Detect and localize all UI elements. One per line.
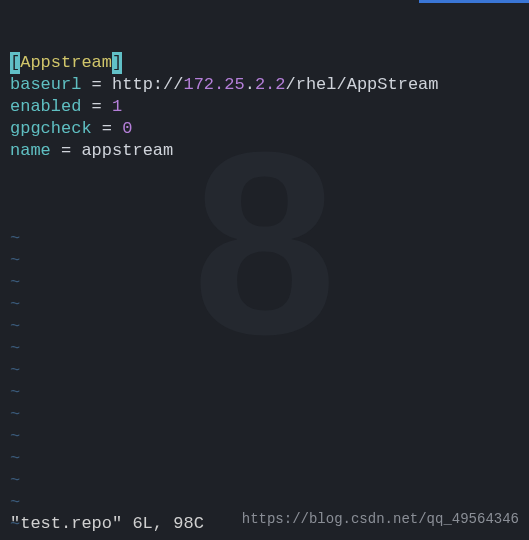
- code-token: 1: [112, 97, 122, 116]
- code-token: =: [81, 97, 112, 116]
- empty-line-tilde: ~: [10, 382, 519, 404]
- empty-line-tilde: ~: [10, 228, 519, 250]
- code-line[interactable]: baseurl = http://172.25.2.2/rhel/AppStre…: [10, 74, 519, 96]
- empty-line-tilde: ~: [10, 294, 519, 316]
- code-token: =: [92, 119, 123, 138]
- code-line[interactable]: name = appstream: [10, 140, 519, 162]
- empty-line-tilde: ~: [10, 404, 519, 426]
- empty-line-tilde: ~: [10, 272, 519, 294]
- code-token: enabled: [10, 97, 81, 116]
- code-token: /rhel/AppStream: [285, 75, 438, 94]
- code-token: ]: [112, 52, 122, 74]
- code-token: baseurl: [10, 75, 81, 94]
- code-token: = http://: [81, 75, 183, 94]
- code-token: [: [10, 52, 20, 74]
- code-token: .: [245, 75, 255, 94]
- code-token: 2.2: [255, 75, 286, 94]
- code-token: name: [10, 141, 51, 160]
- code-line[interactable]: gpgcheck = 0: [10, 118, 519, 140]
- empty-line-tilde: ~: [10, 448, 519, 470]
- watermark-url: https://blog.csdn.net/qq_49564346: [242, 508, 519, 530]
- empty-line-tilde: ~: [10, 360, 519, 382]
- code-token: gpgcheck: [10, 119, 92, 138]
- vim-status-line: "test.repo" 6L, 98C: [10, 513, 204, 535]
- empty-line-tilde: ~: [10, 250, 519, 272]
- code-line[interactable]: enabled = 1: [10, 96, 519, 118]
- code-line[interactable]: [Appstream]: [10, 52, 519, 74]
- code-token: 172.25: [183, 75, 244, 94]
- code-token: 0: [122, 119, 132, 138]
- code-token: = appstream: [51, 141, 173, 160]
- empty-line-tilde: ~: [10, 536, 519, 540]
- code-token: Appstream: [20, 53, 112, 72]
- empty-line-tilde: ~: [10, 470, 519, 492]
- empty-line-tilde: ~: [10, 426, 519, 448]
- empty-line[interactable]: [10, 162, 519, 184]
- empty-line-tilde: ~: [10, 316, 519, 338]
- editor-area[interactable]: [Appstream]baseurl = http://172.25.2.2/r…: [0, 0, 529, 540]
- empty-line-tilde: ~: [10, 338, 519, 360]
